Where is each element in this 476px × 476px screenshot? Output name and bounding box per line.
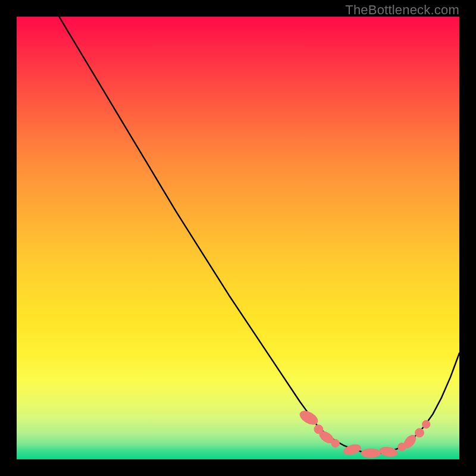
plot-area — [17, 17, 459, 459]
curve-marker — [343, 443, 362, 456]
curve-marker — [415, 428, 424, 437]
curve-marker — [422, 421, 430, 428]
chart-frame: TheBottleneck.com — [0, 0, 476, 476]
bottleneck-curve — [17, 17, 459, 453]
watermark-text: TheBottleneck.com — [345, 2, 459, 18]
curve-marker — [361, 449, 381, 458]
curve-marker — [331, 440, 339, 447]
curve-layer — [17, 17, 459, 459]
curve-markers — [298, 408, 430, 458]
curve-marker — [379, 446, 398, 458]
